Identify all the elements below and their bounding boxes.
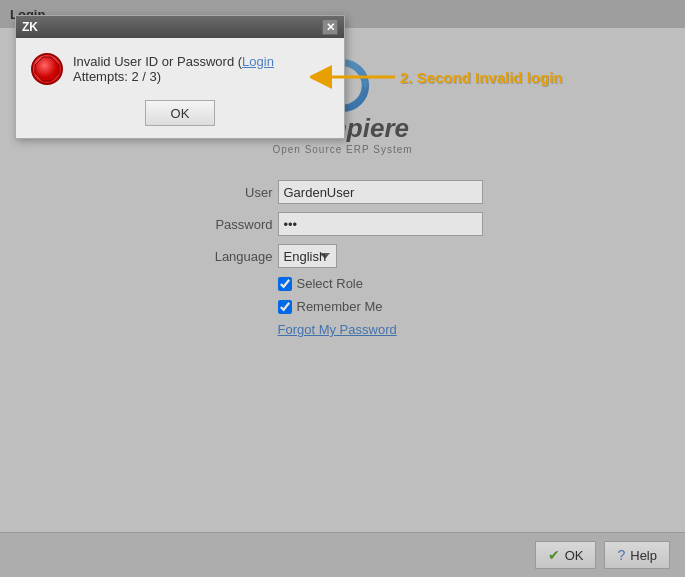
svg-marker-1	[35, 57, 59, 81]
error-icon	[31, 53, 63, 85]
annotation-text: 2. Second Invalid login	[400, 69, 563, 86]
login-link[interactable]: Login	[242, 54, 274, 69]
dialog-titlebar: ZK ✕	[16, 16, 344, 38]
dialog-ok-button[interactable]: OK	[145, 100, 215, 126]
dialog-message: Invalid User ID or Password (Login Attem…	[73, 54, 329, 84]
annotation-arrow-svg	[310, 60, 400, 95]
dialog-footer: OK	[16, 95, 344, 138]
error-dialog: ZK ✕ Invalid User ID or Password (Login …	[15, 15, 345, 139]
dialog-close-button[interactable]: ✕	[322, 19, 338, 35]
message-suffix: Attempts: 2 / 3)	[73, 69, 161, 84]
dialog-body: Invalid User ID or Password (Login Attem…	[16, 38, 344, 95]
dialog-title: ZK	[22, 20, 38, 34]
annotation: 2. Second Invalid login	[310, 60, 563, 95]
message-prefix: Invalid User ID or Password (	[73, 54, 242, 69]
